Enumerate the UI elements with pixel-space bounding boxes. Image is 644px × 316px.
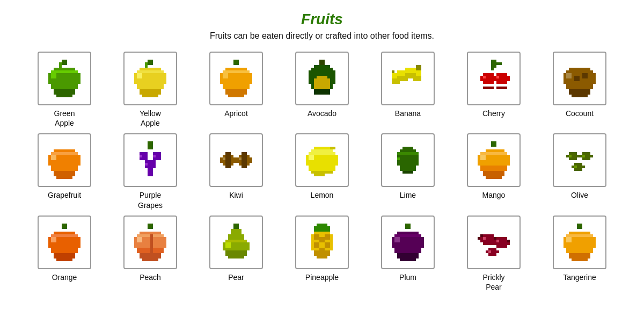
fruit-label-lime: Lime bbox=[400, 190, 416, 200]
svg-rect-164 bbox=[397, 253, 419, 258]
fruit-box-purple-grapes[interactable] bbox=[123, 133, 177, 187]
svg-rect-130 bbox=[140, 232, 161, 234]
fruit-label-grapefruit: Grapefruit bbox=[48, 190, 81, 200]
fruit-label-peach: Peach bbox=[140, 272, 161, 282]
svg-rect-42 bbox=[413, 76, 421, 81]
svg-rect-11 bbox=[140, 68, 161, 70]
svg-rect-140 bbox=[228, 234, 244, 240]
fruit-box-olive[interactable] bbox=[553, 133, 606, 187]
fruit-label-purple-grapes: Purple Grapes bbox=[138, 190, 163, 210]
svg-rect-100 bbox=[397, 155, 419, 166]
fruit-box-tangerine[interactable] bbox=[553, 216, 606, 269]
svg-rect-123 bbox=[51, 234, 78, 237]
fruit-item-coconut: Cocount bbox=[539, 52, 620, 128]
svg-rect-151 bbox=[314, 250, 330, 256]
fruit-box-prickly-pear[interactable] bbox=[467, 216, 521, 269]
svg-rect-16 bbox=[142, 95, 158, 97]
svg-rect-72 bbox=[148, 141, 153, 149]
svg-rect-143 bbox=[225, 250, 247, 256]
fruit-box-green-apple[interactable] bbox=[38, 52, 91, 105]
fruit-item-yellow-apple: Yellow Apple bbox=[110, 52, 191, 128]
page-title: Fruits bbox=[301, 11, 343, 28]
svg-rect-14 bbox=[137, 84, 164, 89]
fruit-label-tangerine: Tangerine bbox=[563, 272, 596, 282]
fruit-box-orange[interactable] bbox=[38, 216, 91, 269]
svg-rect-2 bbox=[54, 68, 75, 70]
svg-rect-137 bbox=[150, 234, 153, 256]
svg-rect-12 bbox=[137, 70, 164, 73]
fruit-box-cherry[interactable] bbox=[467, 52, 521, 105]
svg-rect-152 bbox=[317, 256, 327, 258]
svg-rect-121 bbox=[62, 224, 67, 229]
fruit-label-pear: Pear bbox=[228, 272, 244, 282]
fruit-box-grapefruit[interactable] bbox=[38, 133, 91, 187]
fruit-box-lemon[interactable] bbox=[295, 133, 349, 187]
fruit-label-olive: Olive bbox=[571, 190, 588, 200]
svg-rect-71 bbox=[51, 155, 56, 160]
svg-rect-154 bbox=[325, 234, 330, 240]
svg-rect-163 bbox=[394, 248, 421, 253]
fruit-box-apricot[interactable] bbox=[209, 52, 263, 105]
fruit-label-plum: Plum bbox=[399, 272, 416, 282]
svg-rect-46 bbox=[494, 60, 496, 68]
svg-rect-29 bbox=[309, 70, 335, 73]
svg-rect-135 bbox=[142, 258, 158, 261]
svg-rect-104 bbox=[491, 141, 496, 147]
fruit-item-grapefruit: Grapefruit bbox=[24, 133, 105, 210]
fruit-box-pineapple[interactable] bbox=[295, 216, 349, 269]
fruit-item-pineapple: Pineapple bbox=[282, 216, 362, 292]
svg-rect-148 bbox=[325, 226, 330, 232]
svg-rect-52 bbox=[494, 76, 510, 81]
fruit-box-peach[interactable] bbox=[123, 216, 177, 269]
fruit-label-banana: Banana bbox=[395, 109, 421, 118]
svg-rect-129 bbox=[148, 224, 153, 229]
fruit-box-yellow-apple[interactable] bbox=[123, 52, 177, 105]
fruit-box-lime[interactable] bbox=[381, 133, 435, 187]
svg-rect-106 bbox=[480, 152, 507, 155]
svg-rect-45 bbox=[491, 60, 494, 70]
svg-rect-8 bbox=[51, 73, 56, 78]
fruit-item-lemon: Lemon bbox=[282, 133, 362, 210]
fruit-label-mango: Mango bbox=[482, 190, 506, 200]
svg-rect-178 bbox=[494, 237, 496, 240]
svg-rect-122 bbox=[54, 232, 75, 234]
fruit-item-olive: Olive bbox=[539, 133, 620, 210]
fruit-label-apricot: Apricot bbox=[224, 109, 248, 118]
fruit-box-coconut[interactable] bbox=[553, 52, 606, 105]
svg-rect-34 bbox=[317, 76, 327, 78]
svg-rect-179 bbox=[507, 240, 510, 242]
fruit-box-kiwi[interactable] bbox=[209, 133, 263, 187]
svg-rect-10 bbox=[145, 62, 148, 68]
svg-rect-7 bbox=[56, 95, 72, 97]
fruit-item-banana: Banana bbox=[368, 52, 448, 128]
svg-rect-82 bbox=[225, 152, 231, 168]
svg-rect-103 bbox=[397, 157, 400, 160]
svg-rect-68 bbox=[51, 166, 78, 171]
svg-rect-127 bbox=[56, 258, 72, 261]
svg-rect-32 bbox=[314, 89, 330, 95]
fruit-box-avocado[interactable] bbox=[295, 52, 349, 105]
svg-rect-22 bbox=[223, 84, 250, 89]
svg-rect-18 bbox=[233, 60, 239, 65]
fruit-box-pear[interactable] bbox=[209, 216, 263, 269]
fruit-box-mango[interactable] bbox=[467, 133, 521, 187]
fruit-box-banana[interactable] bbox=[381, 52, 435, 105]
fruit-item-orange: Orange bbox=[24, 216, 105, 292]
svg-rect-5 bbox=[51, 84, 78, 89]
svg-rect-185 bbox=[569, 253, 590, 258]
fruit-box-plum[interactable] bbox=[381, 216, 435, 269]
svg-rect-56 bbox=[569, 68, 590, 70]
svg-rect-28 bbox=[311, 68, 333, 70]
svg-rect-59 bbox=[566, 84, 593, 89]
svg-rect-90 bbox=[309, 152, 335, 155]
fruits-grid: Green Apple Yellow Apple Apricot Avocado bbox=[24, 52, 620, 292]
svg-rect-113 bbox=[566, 155, 580, 157]
svg-rect-159 bbox=[405, 224, 411, 229]
svg-rect-99 bbox=[397, 152, 419, 155]
svg-rect-53 bbox=[496, 87, 507, 89]
svg-rect-172 bbox=[486, 250, 499, 253]
svg-rect-181 bbox=[569, 232, 590, 234]
fruit-label-orange: Orange bbox=[52, 272, 77, 282]
svg-rect-160 bbox=[397, 232, 419, 234]
fruit-item-lime: Lime bbox=[368, 133, 448, 210]
